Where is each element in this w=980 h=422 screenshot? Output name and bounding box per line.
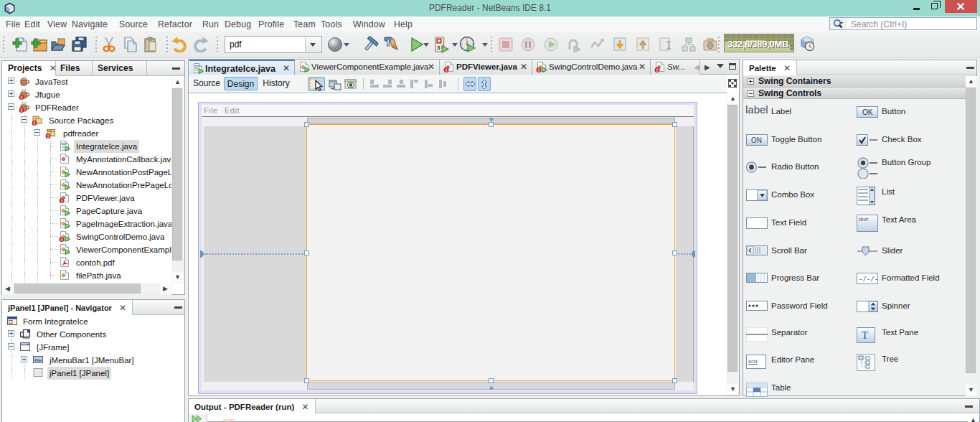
svg-text:3: 3 bbox=[437, 44, 440, 51]
svg-text:ON: ON bbox=[751, 136, 762, 144]
svg-text:T: T bbox=[862, 329, 868, 341]
svg-text:text: text bbox=[859, 216, 869, 222]
svg-text:-/-/-: -/-/- bbox=[859, 276, 878, 283]
svg-text:OK: OK bbox=[862, 108, 873, 116]
svg-text:text: text bbox=[748, 357, 758, 365]
svg-text:File: File bbox=[34, 358, 42, 362]
